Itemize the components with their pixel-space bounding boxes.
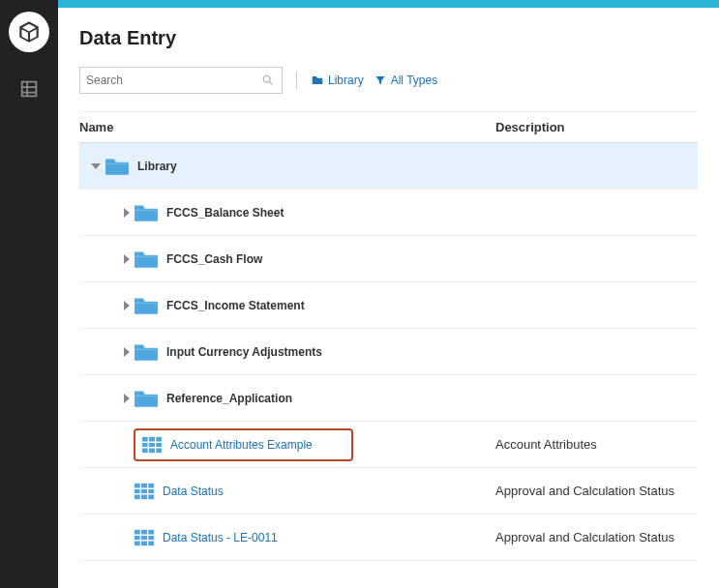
filter-all-types[interactable]: All Types [374, 74, 437, 87]
row-label: Library [137, 160, 177, 173]
toolbar: Library All Types [79, 67, 698, 94]
row-label[interactable]: Data Status - LE-0011 [163, 531, 278, 544]
row-name-cell: Input Currency Adjustments [79, 341, 495, 363]
accent-bar [58, 0, 719, 8]
breadcrumb-library[interactable]: Library [311, 74, 364, 87]
row-description: Account Attributes [495, 437, 698, 452]
tree-folder-row[interactable]: Input Currency Adjustments [79, 329, 698, 375]
row-name-cell: Data Status - LE-0011 [79, 527, 495, 548]
chevron-down-icon[interactable] [91, 163, 101, 169]
tree-folder-row[interactable]: Reference_Application [79, 375, 698, 422]
folder-icon [134, 341, 159, 363]
highlighted-item: Account Attributes Example [134, 428, 353, 461]
chevron-right-icon[interactable] [124, 301, 130, 310]
tree-form-row[interactable]: Data StatusApproval and Calculation Stat… [79, 468, 698, 514]
column-description[interactable]: Description [495, 120, 698, 134]
svg-rect-2 [135, 529, 154, 545]
row-label: FCCS_Income Statement [166, 299, 305, 312]
row-label: FCCS_Cash Flow [166, 252, 262, 266]
folder-icon [134, 388, 159, 409]
forms-grid: Name Description LibraryFCCS_Balance She… [79, 111, 698, 561]
folder-icon [134, 202, 159, 223]
chevron-right-icon[interactable] [124, 347, 130, 357]
row-name-cell: FCCS_Cash Flow [79, 249, 495, 270]
left-rail [0, 0, 58, 588]
row-name-cell: Data Status [79, 481, 495, 502]
form-icon [134, 481, 155, 502]
folder-icon [311, 74, 324, 87]
main-area: Data Entry Library All Types Name Descri… [58, 0, 719, 588]
search-field[interactable] [79, 67, 283, 94]
tree-folder-row[interactable]: Library [79, 143, 698, 190]
svg-rect-0 [142, 436, 162, 453]
row-label: Input Currency Adjustments [166, 345, 322, 359]
row-description: Approval and Calculation Status [495, 484, 698, 498]
row-label[interactable]: Data Status [163, 485, 224, 498]
row-description: Approval and Calculation Status [495, 530, 698, 544]
row-label: Reference_Application [166, 392, 292, 405]
chevron-right-icon[interactable] [124, 254, 130, 264]
search-input[interactable] [86, 74, 260, 87]
chevron-right-icon[interactable] [124, 394, 130, 403]
tree-folder-row[interactable]: FCCS_Cash Flow [79, 236, 698, 282]
forms-nav-button[interactable] [14, 74, 45, 104]
folder-icon [105, 156, 130, 177]
row-name-cell: Reference_Application [79, 388, 495, 409]
folder-icon [134, 249, 159, 270]
grid-form-icon [18, 78, 40, 100]
filter-label: All Types [391, 74, 437, 87]
row-name-cell: Account Attributes Example [79, 428, 495, 461]
form-icon [134, 527, 155, 548]
chevron-right-icon[interactable] [124, 208, 130, 218]
page-title: Data Entry [79, 27, 698, 49]
tree-form-row[interactable]: Data Status - LE-0011Approval and Calcul… [79, 514, 698, 561]
breadcrumb-label: Library [328, 74, 364, 87]
home-cube-button[interactable] [9, 12, 49, 52]
row-name-cell: FCCS_Balance Sheet [79, 202, 495, 223]
row-name-cell: FCCS_Income Statement [79, 295, 495, 316]
form-icon [141, 434, 163, 456]
tree-form-row[interactable]: Account Attributes ExampleAccount Attrib… [79, 422, 698, 468]
row-label: FCCS_Balance Sheet [166, 206, 284, 220]
tree-folder-row[interactable]: FCCS_Balance Sheet [79, 190, 698, 236]
filter-icon [374, 74, 387, 87]
svg-rect-1 [135, 483, 154, 499]
toolbar-divider [296, 72, 297, 89]
grid-header: Name Description [79, 112, 698, 143]
row-label[interactable]: Account Attributes Example [170, 438, 313, 452]
folder-icon [134, 295, 159, 316]
cube-icon [16, 19, 42, 44]
column-name[interactable]: Name [79, 120, 495, 134]
search-icon[interactable] [260, 73, 276, 88]
grid-body: LibraryFCCS_Balance SheetFCCS_Cash FlowF… [79, 143, 698, 561]
content: Data Entry Library All Types Name Descri… [58, 8, 719, 588]
tree-folder-row[interactable]: FCCS_Income Statement [79, 282, 698, 329]
row-name-cell: Library [79, 156, 495, 177]
